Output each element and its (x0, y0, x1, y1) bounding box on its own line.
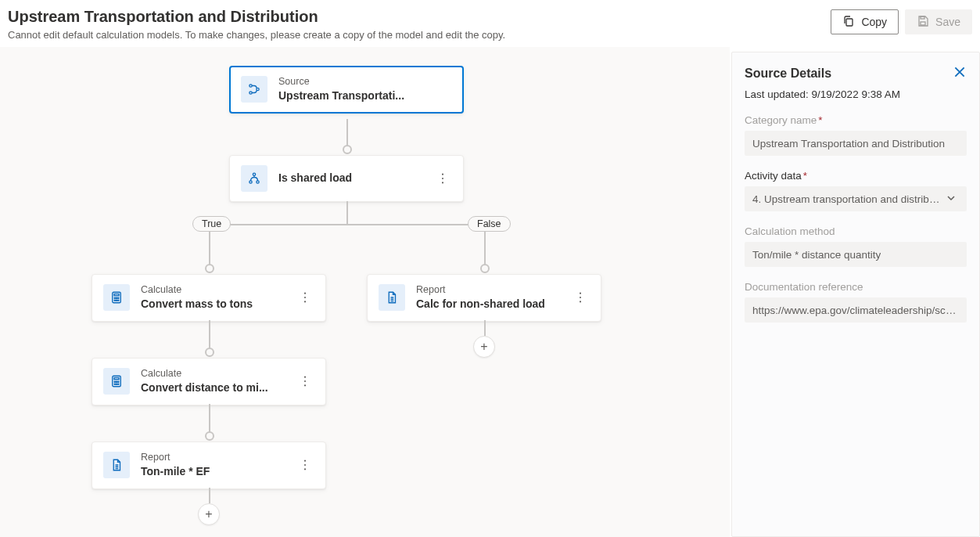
close-button[interactable] (953, 65, 967, 82)
field-label-category: Category name* (745, 114, 967, 126)
node-title: Convert mass to tons (141, 297, 285, 312)
document-icon (103, 452, 130, 478)
connector (209, 224, 486, 225)
documentation-reference-value: https://www.epa.gov/climateleadership/sc… (752, 305, 959, 316)
connector (484, 320, 486, 336)
node-title: Is shared load (278, 171, 422, 186)
branch-icon (241, 76, 267, 103)
node-report-tonmile[interactable]: Report Ton-mile * EF ⋯ (92, 441, 326, 489)
svg-rect-0 (846, 19, 853, 26)
svg-point-20 (116, 381, 117, 382)
svg-rect-10 (114, 294, 119, 296)
node-label: Source (278, 76, 452, 88)
node-label: Calculate (141, 284, 285, 296)
svg-point-13 (118, 297, 119, 298)
branch-label-false: False (468, 216, 511, 232)
svg-point-4 (249, 92, 252, 94)
calculation-method-value: Ton/mile * distance quantity (752, 249, 881, 261)
activity-data-select[interactable]: 4. Upstream transportation and distribut… (745, 186, 967, 211)
svg-rect-18 (114, 378, 119, 380)
updated-prefix: Last updated: (745, 88, 812, 100)
details-panel: Source Details Last updated: 9/19/2022 9… (731, 52, 980, 537)
calculator-icon (103, 368, 130, 395)
node-title: Ton-mile * EF (141, 465, 285, 479)
connector-port (205, 348, 214, 357)
header: Upstream Transportation and Distribution… (8, 8, 972, 41)
connector-port (205, 431, 214, 441)
updated-value: 9/19/2022 9:38 AM (812, 88, 900, 100)
svg-point-19 (114, 381, 115, 382)
svg-point-7 (249, 181, 252, 183)
page-subtitle: Cannot edit default calculation models. … (8, 29, 972, 41)
node-label: Report (416, 284, 560, 296)
connector-port (343, 145, 352, 154)
flow-canvas[interactable]: Source Upstream Transportati... Is share… (0, 47, 730, 537)
node-more-button[interactable]: ⋯ (296, 290, 314, 305)
svg-point-12 (116, 297, 117, 298)
category-name-field[interactable]: Upstream Transportation and Distribution (745, 131, 967, 156)
node-more-button[interactable]: ⋯ (296, 458, 314, 473)
connector (346, 201, 348, 225)
header-actions: Copy Save (831, 9, 972, 34)
last-updated: Last updated: 9/19/2022 9:38 AM (745, 88, 967, 100)
category-name-value: Upstream Transportation and Distribution (752, 138, 945, 150)
svg-point-15 (116, 300, 117, 301)
connector (209, 488, 210, 503)
copy-label: Copy (861, 16, 887, 28)
node-title: Calc for non-shared load (416, 297, 560, 312)
node-more-button[interactable]: ⋯ (296, 374, 314, 389)
documentation-reference-field[interactable]: https://www.epa.gov/climateleadership/sc… (745, 297, 967, 323)
save-button: Save (905, 9, 972, 34)
svg-point-6 (253, 173, 255, 175)
save-label: Save (935, 16, 960, 28)
document-icon (379, 284, 405, 311)
node-report-nonshared[interactable]: Report Calc for non-shared load ⋯ (367, 274, 601, 322)
node-label: Calculate (141, 368, 285, 380)
node-more-button[interactable]: ⋯ (433, 171, 452, 186)
save-icon (917, 15, 929, 30)
decision-icon (241, 165, 267, 192)
svg-point-11 (114, 297, 115, 298)
svg-rect-1 (921, 22, 925, 25)
svg-point-23 (116, 384, 117, 384)
add-node-button[interactable]: + (473, 336, 495, 358)
calculator-icon (103, 284, 130, 311)
svg-point-24 (118, 384, 119, 384)
svg-point-8 (257, 181, 259, 183)
chevron-down-icon (946, 193, 959, 205)
field-label-docref: Documentation reference (745, 281, 967, 293)
node-source[interactable]: Source Upstream Transportati... (229, 66, 464, 114)
node-more-button[interactable]: ⋯ (571, 290, 590, 305)
page-title: Upstream Transportation and Distribution (8, 8, 972, 26)
svg-point-21 (118, 381, 119, 382)
activity-data-value: 4. Upstream transportation and distribut… (752, 193, 940, 205)
copy-icon (842, 15, 855, 30)
connector-port (205, 264, 214, 273)
copy-button[interactable]: Copy (831, 9, 899, 34)
calculation-method-field[interactable]: Ton/mile * distance quantity (745, 242, 967, 267)
node-calc-mass[interactable]: Calculate Convert mass to tons ⋯ (92, 274, 326, 322)
svg-point-22 (114, 384, 115, 384)
node-calc-distance[interactable]: Calculate Convert distance to mi... ⋯ (92, 358, 326, 405)
branch-label-true: True (192, 216, 231, 232)
field-label-method: Calculation method (745, 225, 967, 237)
node-title: Convert distance to mi... (141, 381, 285, 395)
svg-point-16 (118, 300, 119, 301)
field-label-activity: Activity data* (745, 170, 967, 182)
connector-port (480, 264, 490, 273)
svg-point-5 (257, 88, 259, 91)
panel-title: Source Details (745, 67, 831, 81)
node-title: Upstream Transportati... (278, 89, 452, 103)
svg-rect-2 (921, 16, 924, 19)
svg-point-3 (249, 85, 252, 87)
svg-point-14 (114, 300, 115, 301)
node-label: Report (141, 452, 285, 463)
add-node-button[interactable]: + (198, 503, 220, 525)
node-condition[interactable]: Is shared load ⋯ (229, 155, 464, 202)
